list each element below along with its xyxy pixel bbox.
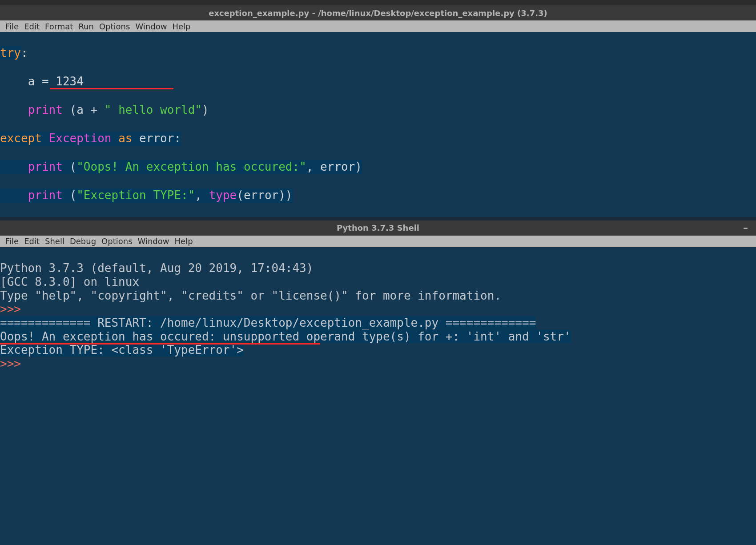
code-line-2: a = 1234 <box>0 75 756 89</box>
builtin-print: print <box>28 160 63 173</box>
shell-banner-2: [GCC 8.3.0] on linux <box>0 275 139 289</box>
indent <box>0 103 28 116</box>
builtin-type: type <box>209 188 237 202</box>
code-line-1: try: <box>0 46 756 60</box>
annotation-underline-except <box>50 88 173 89</box>
code-editor[interactable]: try: a = 1234 print (a + " hello world")… <box>0 32 756 217</box>
string-literal: "Oops! An exception has occured:" <box>76 160 306 173</box>
shell-titlebar[interactable]: Python 3.7.3 Shell – <box>0 220 756 236</box>
menu-window[interactable]: Window <box>135 236 172 247</box>
code-line-4: except Exception as error: <box>0 132 181 146</box>
colon: : <box>174 132 181 145</box>
string-literal: " hello world" <box>105 103 202 116</box>
annotation-underline-output <box>0 343 320 345</box>
builtin-print: print <box>28 188 63 202</box>
shell-menubar: File Edit Shell Debug Options Window Hel… <box>0 236 756 247</box>
shell-banner-3: Type "help", "copyright", "credits" or "… <box>0 289 501 302</box>
desktop-top-bar <box>0 0 756 5</box>
paren-close: ) <box>202 103 209 116</box>
paren-open: (a + <box>63 103 105 116</box>
menu-edit[interactable]: Edit <box>21 21 42 32</box>
shell-prompt: >>> <box>0 302 28 316</box>
shell-restart-line: ============= RESTART: /home/linux/Deskt… <box>0 316 536 329</box>
menu-run[interactable]: Run <box>76 21 97 32</box>
shell-banner-1: Python 3.7.3 (default, Aug 20 2019, 17:0… <box>0 261 320 275</box>
shell-window: Python 3.7.3 Shell – File Edit Shell Deb… <box>0 220 756 545</box>
menu-help[interactable]: Help <box>169 21 193 32</box>
menu-debug[interactable]: Debug <box>67 236 99 247</box>
comma: , <box>195 188 209 202</box>
minimize-icon[interactable]: – <box>743 223 748 233</box>
keyword-except: except <box>0 132 42 145</box>
number-literal: 1234 <box>56 75 84 88</box>
shell-output-line-2: Exception TYPE: <class 'TypeError'> <box>0 343 244 357</box>
string-literal: "Exception TYPE:" <box>76 188 195 202</box>
shell-title: Python 3.7.3 Shell <box>337 223 419 232</box>
indent <box>0 188 28 202</box>
editor-titlebar[interactable]: exception_example.py - /home/linux/Deskt… <box>0 5 756 20</box>
keyword-try: try <box>0 46 21 60</box>
editor-menubar: File Edit Format Run Options Window Help <box>0 20 756 32</box>
identifier-error: error <box>139 132 174 145</box>
assignment: a = <box>28 75 56 88</box>
indent <box>0 75 28 88</box>
editor-title: exception_example.py - /home/linux/Deskt… <box>209 8 547 18</box>
menu-format[interactable]: Format <box>42 21 76 32</box>
menu-file[interactable]: File <box>3 236 21 247</box>
code-line-5: print ("Oops! An exception has occured:"… <box>0 160 362 174</box>
space <box>132 132 139 145</box>
builtin-print: print <box>28 103 63 116</box>
shell-output-area[interactable]: Python 3.7.3 (default, Aug 20 2019, 17:0… <box>0 247 756 545</box>
shell-prompt-2: >>> <box>0 357 28 370</box>
code-line-3: print (a + " hello world") <box>0 103 756 117</box>
menu-options[interactable]: Options <box>99 236 135 247</box>
menu-window[interactable]: Window <box>133 21 169 32</box>
space <box>42 132 49 145</box>
paren-open: ( <box>63 160 76 173</box>
menu-help[interactable]: Help <box>172 236 196 247</box>
indent <box>0 160 28 173</box>
shell-output-line-1: Oops! An exception has occured: unsuppor… <box>0 330 571 343</box>
menu-options[interactable]: Options <box>97 21 133 32</box>
code-line-6: print ("Exception TYPE:", type(error)) <box>0 188 293 203</box>
colon: : <box>21 46 28 60</box>
builtin-exception: Exception <box>49 132 112 145</box>
args-rest: , error) <box>306 160 362 173</box>
menu-file[interactable]: File <box>3 21 21 32</box>
menu-edit[interactable]: Edit <box>21 236 42 247</box>
space <box>111 132 118 145</box>
paren-open: ( <box>63 188 76 202</box>
paren-close: (error)) <box>237 188 292 202</box>
keyword-as: as <box>118 132 132 145</box>
menu-shell[interactable]: Shell <box>42 236 67 247</box>
